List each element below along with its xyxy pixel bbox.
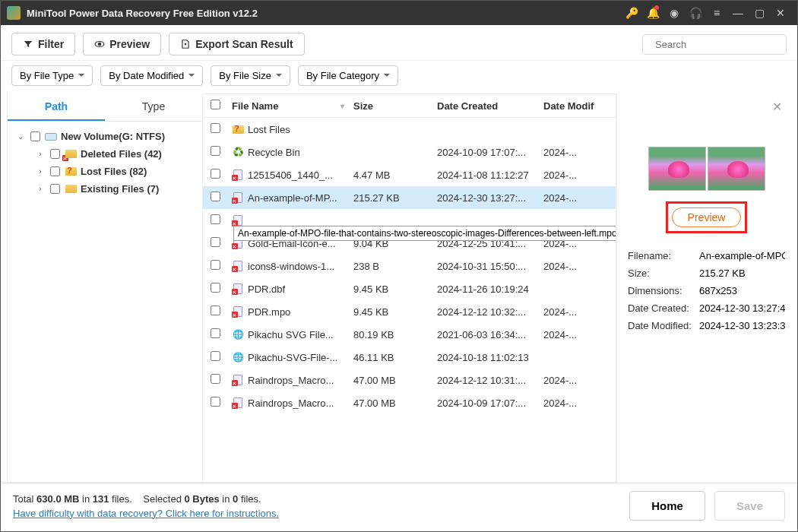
file-row[interactable]: 🌐Pikachu-SVG-File-...46.11 KB2024-10-18 … [203,346,616,369]
close-preview-icon[interactable]: ✕ [772,100,782,114]
file-checkbox[interactable] [211,283,220,293]
file-row[interactable]: 12515406_1440_...4.47 MB2024-11-08 11:12… [203,163,616,186]
tab-type[interactable]: Type [105,93,202,121]
file-icon [232,123,244,135]
column-size[interactable]: Size [353,100,437,112]
file-created: 2024-12-30 13:27:... [437,192,543,204]
column-modified[interactable]: Date Modif [543,100,608,112]
file-checkbox[interactable] [211,397,220,407]
menu-icon[interactable]: ≡ [706,2,727,24]
file-created: 2024-10-09 17:07:... [437,147,543,158]
file-icon [232,374,244,386]
tree-lost-files[interactable]: › Lost Files (82) [12,163,198,180]
file-icon [232,397,244,409]
file-row[interactable]: 🌐Pikachu SVG File...80.19 KB2021-06-03 1… [203,323,616,346]
close-button[interactable]: ✕ [770,2,791,24]
folder-icon [65,184,77,195]
headset-icon[interactable]: 🎧 [685,2,706,24]
home-button[interactable]: Home [629,491,705,521]
chevron-down-icon[interactable]: ⌄ [15,132,26,141]
file-created: 2024-10-09 17:07:... [437,397,543,409]
preview-button[interactable]: Preview [672,207,742,227]
file-icon [232,260,244,272]
file-modified: 2024-... [543,147,608,158]
file-size: 9.45 KB [353,283,437,295]
file-checkbox[interactable] [211,169,220,179]
notification-bell-icon[interactable]: 🔔 [642,2,663,24]
toolbar: Filter Preview Export Scan Result [1,25,797,61]
column-name[interactable]: File Name▾ [232,100,353,112]
file-name: Recycle Bin [248,147,300,158]
file-name: Pikachu SVG File... [248,329,334,340]
tree-root[interactable]: ⌄ New Volume(G: NTFS) [12,128,198,145]
file-checkbox[interactable] [211,260,220,270]
thumbnail-image[interactable] [708,147,765,191]
status-bar: Total 630.0 MB in 131 files. Selected 0 … [1,483,797,531]
tree-checkbox[interactable] [50,166,60,176]
search-field[interactable] [655,39,783,50]
file-checkbox[interactable] [211,328,220,338]
file-checkbox[interactable] [211,146,220,156]
file-details: Filename:An-example-of-MPO- Size:215.27 … [628,247,785,334]
minimize-button[interactable]: — [727,2,749,24]
file-row[interactable]: PDR.mpo9.45 KB2024-12-12 10:32:...2024-.… [203,300,616,323]
folder-tree: ⌄ New Volume(G: NTFS) › Deleted Files (4… [8,122,202,204]
help-link[interactable]: Have difficulty with data recovery? Clic… [13,508,279,519]
file-created: 2024-12-12 10:32:... [437,306,543,318]
file-icon: ♻️ [232,146,244,158]
key-icon[interactable]: 🔑 [621,2,642,24]
tree-checkbox[interactable] [30,131,40,141]
tree-deleted-files[interactable]: › Deleted Files (42) [12,145,198,163]
maximize-button[interactable]: ▢ [749,2,770,24]
file-checkbox[interactable] [211,351,220,361]
select-all-checkbox[interactable] [211,100,220,109]
detail-value: 2024-12-30 13:27:42 [699,302,785,314]
file-name: An-example-of-MP... [248,192,337,204]
filter-dropdowns: By File Type By Date Modified By File Si… [1,61,797,93]
file-checkbox[interactable] [211,374,220,384]
column-created[interactable]: Date Created [437,100,543,112]
file-row[interactable]: ♻️Recycle Bin2024-10-09 17:07:...2024-..… [203,141,616,163]
disc-icon[interactable]: ◉ [663,2,685,24]
file-list-body[interactable]: An-example-of-MPO-file-that-contains-two… [203,118,616,482]
file-checkbox[interactable] [211,306,220,315]
file-checkbox[interactable] [211,237,220,247]
tree-existing-files[interactable]: › Existing Files (7) [12,180,198,198]
preview-toolbar-button[interactable]: Preview [83,33,161,55]
filter-button[interactable]: Filter [11,33,75,55]
export-button[interactable]: Export Scan Result [169,33,304,55]
tree-checkbox[interactable] [50,184,60,194]
save-button[interactable]: Save [714,491,785,521]
file-row[interactable]: PDR.dbf9.45 KB2024-11-26 10:19:24 [203,277,616,300]
filter-file-size[interactable]: By File Size [211,65,290,86]
file-row[interactable]: Raindrops_Macro...47.00 MB2024-10-09 17:… [203,391,616,414]
status-text: Total [13,493,36,505]
chevron-right-icon[interactable]: › [35,185,46,193]
file-name: Raindrops_Macro... [248,397,334,409]
file-row[interactable]: Raindrops_Macro...47.00 MB2024-12-12 10:… [203,369,616,391]
tree-checkbox[interactable] [50,149,60,159]
file-checkbox[interactable] [211,123,220,133]
file-checkbox[interactable] [211,214,220,224]
status-total-size: 630.0 MB [36,493,79,505]
file-row[interactable]: An-example-of-MP...215.27 KB2024-12-30 1… [203,186,616,209]
filter-file-category[interactable]: By File Category [298,65,398,86]
file-checkbox[interactable] [211,192,220,201]
file-created: 2024-11-08 11:12:27 [437,169,543,181]
funnel-icon [23,39,33,49]
filter-date-modified[interactable]: By Date Modified [100,65,203,86]
file-row[interactable]: Lost Files [203,118,616,141]
thumbnail-image[interactable] [648,147,706,191]
file-modified: 2024-... [543,329,608,340]
file-row[interactable]: icons8-windows-1...238 B2024-10-31 15:50… [203,255,616,277]
chevron-right-icon[interactable]: › [35,150,46,158]
file-icon [232,306,244,318]
detail-value: An-example-of-MPO- [699,250,785,261]
filter-file-type[interactable]: By File Type [11,65,93,86]
tab-path[interactable]: Path [8,93,105,121]
chevron-right-icon[interactable]: › [35,167,46,176]
app-logo-icon [7,6,21,20]
search-input[interactable] [642,34,787,55]
file-size: 47.00 MB [353,375,437,386]
svg-point-1 [98,43,101,46]
